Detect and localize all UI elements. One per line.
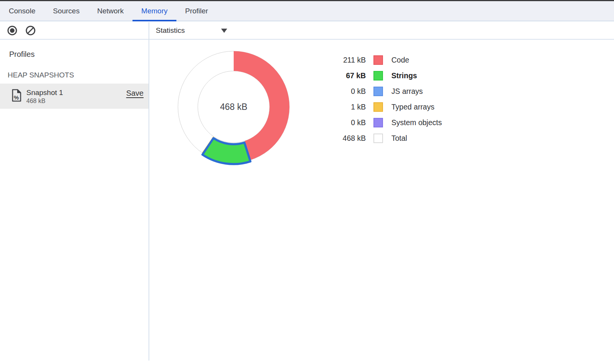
snapshot-info: Snapshot 1 468 kB [26, 88, 63, 105]
legend-swatch-code [373, 55, 383, 65]
legend-value: 468 kB [313, 134, 366, 143]
memory-toolbar: Statistics [0, 22, 614, 40]
legend-row-system-objects: 0 kB System objects [313, 115, 442, 130]
tab-network[interactable]: Network [88, 1, 132, 21]
record-heap-snapshot-button[interactable] [7, 25, 18, 36]
perspective-select[interactable]: Statistics [156, 26, 227, 35]
legend-value: 0 kB [313, 87, 366, 96]
devtools-memory-panel: Console Sources Network Memory Profiler [0, 0, 614, 364]
legend-label: System objects [391, 118, 442, 127]
legend-row-js-arrays: 0 kB JS arrays [313, 84, 442, 99]
record-icon [7, 25, 18, 36]
profiles-sidebar: Profiles HEAP SNAPSHOTS % Snapshot 1 468… [0, 40, 149, 364]
toolbar-right: Statistics [149, 22, 614, 39]
tab-sources[interactable]: Sources [44, 1, 89, 21]
clear-profiles-button[interactable] [25, 25, 36, 36]
statistics-view: 468 kB 211 kB Code 67 kB Strings 0 kB JS… [149, 40, 614, 364]
legend-row-strings: 67 kB Strings [313, 68, 442, 84]
clear-icon [25, 25, 36, 36]
donut-ring-outline [198, 71, 270, 143]
legend-row-typed-arrays: 1 kB Typed arrays [313, 99, 442, 115]
legend-value: 0 kB [313, 118, 366, 127]
legend-label: Typed arrays [391, 103, 435, 111]
tab-profiler-label: Profiler [185, 7, 208, 15]
legend-label: JS arrays [391, 87, 423, 96]
tab-memory[interactable]: Memory [132, 1, 176, 21]
snapshot-list-item[interactable]: % Snapshot 1 468 kB Save [0, 84, 149, 109]
legend-label: Strings [391, 71, 417, 80]
snapshot-size: 468 kB [26, 97, 63, 105]
legend-value: 211 kB [313, 56, 366, 64]
sidebar-title: Profiles [0, 40, 149, 59]
toolbar-left [0, 22, 149, 39]
tab-network-label: Network [97, 7, 124, 15]
legend-label: Total [391, 134, 407, 143]
svg-text:%: % [14, 94, 19, 101]
memory-donut-chart: 468 kB [173, 46, 295, 168]
snapshot-name: Snapshot 1 [26, 88, 63, 97]
legend-swatch-total [373, 134, 383, 143]
legend-value: 67 kB [313, 71, 366, 80]
snapshot-save-link[interactable]: Save [126, 89, 144, 98]
legend-value: 1 kB [313, 103, 366, 111]
legend-swatch-typed-arrays [373, 102, 383, 112]
donut-svg [173, 46, 295, 168]
chart-legend: 211 kB Code 67 kB Strings 0 kB JS arrays… [313, 52, 442, 146]
legend-row-code: 211 kB Code [313, 52, 442, 68]
legend-row-total: 468 kB Total [313, 130, 442, 146]
tab-console[interactable]: Console [0, 1, 44, 21]
legend-swatch-system-objects [373, 118, 383, 127]
chevron-down-icon [221, 29, 227, 33]
perspective-select-value: Statistics [156, 26, 185, 35]
legend-label: Code [391, 56, 409, 64]
tab-console-label: Console [9, 7, 36, 15]
heap-snapshot-file-icon: % [11, 89, 22, 103]
tab-profiler[interactable]: Profiler [176, 1, 217, 21]
legend-swatch-strings [373, 71, 383, 81]
heap-snapshots-section-header: HEAP SNAPSHOTS [0, 59, 149, 79]
legend-swatch-js-arrays [373, 87, 383, 96]
devtools-tabbar: Console Sources Network Memory Profiler [0, 1, 614, 21]
tab-memory-label: Memory [141, 7, 168, 15]
tab-sources-label: Sources [53, 7, 80, 15]
